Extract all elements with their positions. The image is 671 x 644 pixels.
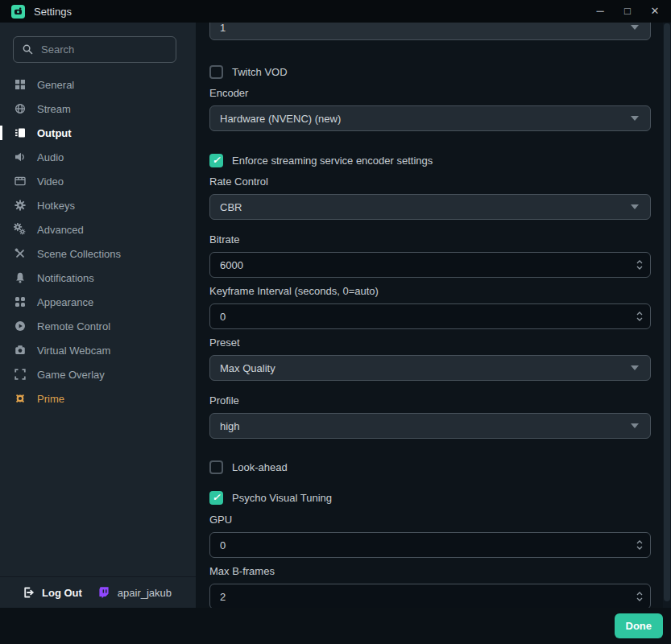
window-title: Settings [34, 6, 72, 18]
sidebar-item-game-overlay[interactable]: Game Overlay [0, 362, 196, 386]
film-icon [13, 175, 27, 188]
grid-icon [13, 78, 27, 92]
select-value: Max Quality [220, 362, 631, 374]
max-bframes-input[interactable] [210, 591, 636, 603]
logged-in-username: apair_jakub [118, 587, 172, 599]
sidebar-item-virtual-webcam[interactable]: Virtual Webcam [0, 338, 196, 362]
keyframe-interval-field [209, 303, 651, 329]
checkbox-unchecked-icon[interactable] [209, 65, 223, 79]
bitrate-input[interactable] [210, 259, 636, 271]
maximize-button[interactable]: □ [619, 3, 636, 19]
done-button[interactable]: Done [615, 613, 664, 638]
camera-icon [13, 344, 27, 357]
chevron-down-icon [631, 204, 639, 209]
logout-button[interactable]: Log Out [42, 587, 82, 599]
twitch-icon [97, 586, 110, 599]
search-input[interactable] [41, 43, 154, 56]
sidebar-item-hotkeys[interactable]: Hotkeys [0, 193, 196, 217]
select-value: high [220, 420, 631, 432]
select-value: Hardware (NVENC) (new) [220, 113, 631, 125]
sidebar-item-label: Scene Collections [37, 248, 121, 260]
minimize-button[interactable]: ─ [592, 3, 608, 19]
sidebar-item-output[interactable]: Output [0, 121, 196, 145]
spinner-icon[interactable] [636, 539, 644, 551]
close-button[interactable]: ✕ [647, 3, 663, 19]
output-icon [13, 126, 27, 140]
bitrate-field [209, 252, 651, 278]
dialog-footer: Done [0, 608, 671, 644]
prime-icon [13, 392, 27, 406]
psycho-visual-tuning-label: Psycho Visual Tuning [232, 492, 332, 504]
sidebar-item-label: Output [37, 127, 72, 139]
sidebar-item-general[interactable]: General [0, 72, 196, 97]
preset-label: Preset [209, 336, 240, 349]
sidebar-item-scene-collections[interactable]: Scene Collections [0, 242, 196, 266]
twitch-vod-checkbox-row[interactable]: Twitch VOD [209, 64, 288, 79]
profile-label: Profile [209, 394, 239, 407]
gear-icon [13, 199, 27, 213]
check-icon: ✓ [212, 492, 220, 503]
preset-select[interactable]: Max Quality [209, 355, 651, 381]
gpu-input[interactable] [210, 539, 636, 551]
sidebar-item-label: Notifications [37, 272, 94, 284]
sidebar-item-appearance[interactable]: Appearance [0, 290, 196, 314]
sidebar-item-video[interactable]: Video [0, 169, 196, 193]
rate-control-select[interactable]: CBR [209, 194, 651, 220]
chevron-down-icon [631, 25, 639, 30]
look-ahead-checkbox-row[interactable]: Look-ahead [209, 460, 288, 474]
check-icon: ✓ [212, 155, 220, 166]
sidebar-item-label: Prime [37, 393, 64, 405]
max-bframes-label: Max B-frames [209, 565, 275, 577]
dots-grid-icon [13, 295, 27, 309]
chevron-down-icon [631, 116, 639, 121]
checkbox-checked-icon[interactable]: ✓ [209, 491, 223, 505]
search-icon [22, 43, 34, 56]
select-value: CBR [220, 201, 631, 213]
app-logo-icon [11, 5, 25, 19]
bitrate-label: Bitrate [209, 233, 240, 246]
sidebar: General Stream Output Audio Video [0, 23, 196, 608]
twitch-vod-label: Twitch VOD [232, 66, 288, 78]
encoder-label: Encoder [209, 87, 248, 99]
psycho-visual-tuning-checkbox-row[interactable]: ✓ Psycho Visual Tuning [209, 490, 332, 505]
active-item-indicator [0, 126, 2, 140]
logout-icon [22, 586, 35, 599]
sidebar-item-stream[interactable]: Stream [0, 97, 196, 121]
top-partial-select[interactable]: 1 [209, 23, 651, 40]
sidebar-item-label: Stream [37, 103, 71, 115]
select-value: 1 [220, 23, 631, 34]
sidebar-item-audio[interactable]: Audio [0, 145, 196, 169]
checkbox-unchecked-icon[interactable] [209, 460, 223, 474]
window-controls: ─ □ ✕ [592, 3, 671, 19]
content-scrollbar[interactable] [663, 23, 671, 608]
enforce-settings-label: Enforce streaming service encoder settin… [232, 155, 433, 167]
profile-select[interactable]: high [209, 413, 651, 439]
gpu-label: GPU [209, 514, 232, 526]
spinner-icon[interactable] [636, 310, 644, 323]
spinner-icon[interactable] [636, 590, 644, 603]
sidebar-item-notifications[interactable]: Notifications [0, 266, 196, 290]
sidebar-item-remote-control[interactable]: Remote Control [0, 314, 196, 338]
encoder-select[interactable]: Hardware (NVENC) (new) [209, 105, 651, 131]
expand-icon [13, 368, 27, 382]
settings-window: Settings ─ □ ✕ General Stream [0, 0, 671, 644]
sidebar-item-label: Virtual Webcam [37, 345, 110, 357]
checkbox-checked-icon[interactable]: ✓ [209, 154, 223, 167]
keyframe-interval-label: Keyframe Interval (seconds, 0=auto) [209, 285, 379, 297]
speaker-icon [13, 151, 27, 164]
keyframe-interval-input[interactable] [210, 311, 636, 323]
scrollbar-thumb[interactable] [664, 23, 670, 601]
main-area: General Stream Output Audio Video [0, 23, 671, 608]
tools-icon [13, 247, 27, 261]
max-bframes-field [209, 584, 651, 608]
sidebar-item-advanced[interactable]: Advanced [0, 217, 196, 242]
globe-icon [13, 102, 27, 116]
enforce-settings-checkbox-row[interactable]: ✓ Enforce streaming service encoder sett… [209, 153, 433, 167]
sidebar-item-label: Video [37, 175, 64, 188]
chevron-down-icon [631, 365, 639, 370]
gpu-field [209, 532, 651, 558]
search-box[interactable] [13, 36, 176, 63]
spinner-icon[interactable] [636, 258, 644, 271]
sidebar-item-prime[interactable]: Prime [0, 386, 196, 411]
sidebar-item-label: Hotkeys [37, 200, 75, 212]
